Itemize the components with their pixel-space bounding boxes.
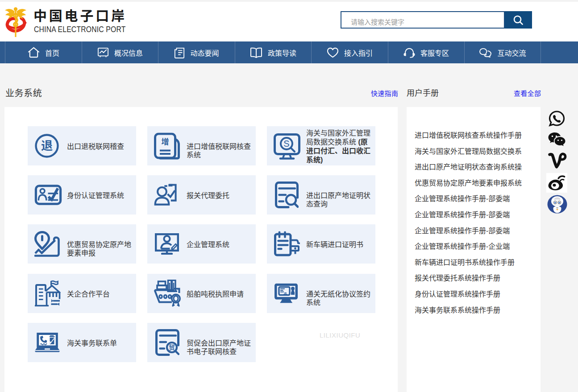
svg-text:退: 退 xyxy=(41,139,53,153)
svg-text:S: S xyxy=(283,139,289,149)
svg-text:增: 增 xyxy=(162,138,169,146)
svg-text:贸: 贸 xyxy=(169,344,175,351)
